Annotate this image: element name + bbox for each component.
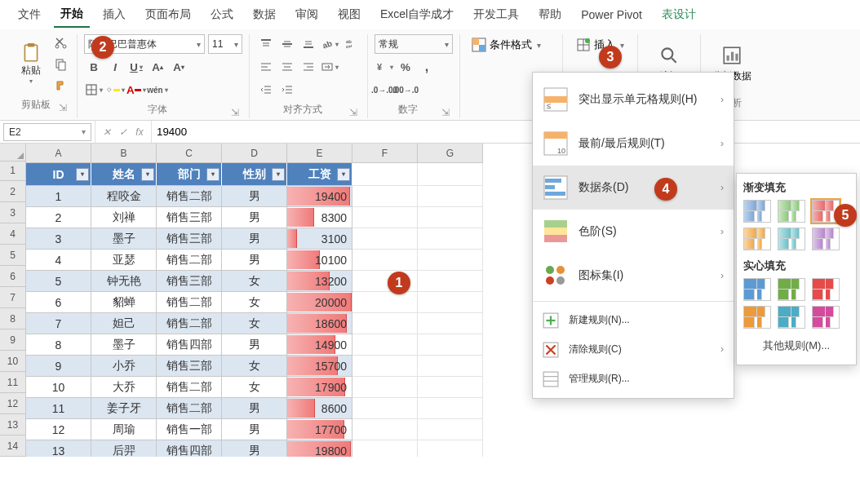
cell[interactable]: 刘禅: [91, 207, 157, 228]
filter-icon[interactable]: ▾: [337, 168, 350, 181]
cell[interactable]: [352, 313, 418, 334]
column-header-A[interactable]: A: [26, 144, 91, 163]
cell[interactable]: [352, 334, 418, 356]
number-format-select[interactable]: 常规▾: [375, 34, 453, 54]
cell[interactable]: [418, 207, 483, 228]
cell[interactable]: 11: [26, 398, 91, 419]
cell[interactable]: 销售二部: [157, 292, 222, 313]
increase-decimal-button[interactable]: .0→.00: [375, 80, 394, 99]
underline-button[interactable]: U▾: [126, 57, 146, 77]
cell[interactable]: [352, 292, 418, 313]
cell[interactable]: 大乔: [91, 377, 157, 398]
gradient-blue-swatch[interactable]: [743, 200, 771, 223]
cell[interactable]: 亚瑟: [91, 250, 157, 271]
th-gender[interactable]: 性别▾: [222, 163, 287, 186]
cell[interactable]: 销售三部: [157, 228, 222, 250]
cf-color-scales[interactable]: 色阶(S)›: [533, 210, 734, 254]
th-dept[interactable]: 部门▾: [157, 163, 222, 186]
tab-pivot[interactable]: Power Pivot: [574, 3, 649, 26]
cell[interactable]: [418, 250, 483, 271]
cell[interactable]: 钟无艳: [91, 271, 157, 292]
column-header-G[interactable]: G: [418, 144, 483, 163]
paste-button[interactable]: 粘贴 ▾: [13, 34, 49, 93]
row-header-10[interactable]: 10: [0, 351, 26, 372]
cell[interactable]: 7: [26, 313, 91, 334]
column-header-C[interactable]: C: [157, 144, 222, 163]
decrease-decimal-button[interactable]: .00→.0: [396, 80, 415, 99]
salary-cell[interactable]: 19400: [287, 186, 352, 207]
clipboard-launcher[interactable]: ⇲: [59, 102, 70, 113]
cell[interactable]: 3: [26, 228, 91, 250]
cf-clear-rules[interactable]: 清除规则(C)›: [533, 334, 734, 364]
increase-font-button[interactable]: A▴: [148, 57, 167, 77]
percent-button[interactable]: %: [396, 57, 415, 77]
cell[interactable]: 销售三部: [157, 207, 222, 228]
row-header-12[interactable]: 12: [0, 393, 26, 414]
cell[interactable]: 销售三部: [157, 271, 222, 292]
cf-new-rule[interactable]: 新建规则(N)...: [533, 305, 734, 334]
cf-highlight-rules[interactable]: ≤ 突出显示单元格规则(H)›: [533, 77, 734, 122]
tab-formulas[interactable]: 公式: [204, 2, 240, 27]
name-box[interactable]: E2▾: [3, 123, 91, 141]
row-header-4[interactable]: 4: [0, 223, 26, 245]
cell[interactable]: 女: [222, 292, 287, 313]
cell[interactable]: [418, 271, 483, 292]
orientation-button[interactable]: ab▾: [320, 34, 339, 54]
cell[interactable]: 女: [222, 356, 287, 377]
th-id[interactable]: ID▾: [26, 163, 91, 186]
align-top-button[interactable]: [256, 34, 276, 54]
cell[interactable]: [418, 186, 483, 207]
column-header-D[interactable]: D: [222, 144, 287, 163]
cell[interactable]: [418, 419, 483, 440]
cell[interactable]: 销售二部: [157, 398, 222, 419]
cell[interactable]: [352, 163, 418, 186]
salary-cell[interactable]: 8600: [287, 398, 352, 419]
tab-custom[interactable]: Excel自学成才: [374, 2, 460, 27]
conditional-format-button[interactable]: 条件格式▾: [467, 34, 556, 55]
cell[interactable]: 12: [26, 419, 91, 440]
cell[interactable]: 销售四部: [157, 440, 222, 457]
tab-layout[interactable]: 页面布局: [139, 2, 197, 27]
cell[interactable]: 4: [26, 250, 91, 271]
cell[interactable]: 销售四部: [157, 334, 222, 356]
bold-button[interactable]: B: [84, 57, 104, 77]
salary-cell[interactable]: 15700: [287, 356, 352, 377]
decrease-indent-button[interactable]: [256, 80, 276, 99]
cell[interactable]: [352, 398, 418, 419]
border-button[interactable]: ▾: [84, 80, 104, 99]
cell[interactable]: 女: [222, 313, 287, 334]
cell[interactable]: 周瑜: [91, 419, 157, 440]
cancel-icon[interactable]: ✕: [100, 126, 113, 138]
number-launcher[interactable]: ⇲: [441, 107, 453, 118]
filter-icon[interactable]: ▾: [141, 168, 154, 181]
cell[interactable]: 男: [222, 228, 287, 250]
flyout-more-rules[interactable]: 其他规则(M)...: [743, 334, 849, 358]
cell[interactable]: 男: [222, 250, 287, 271]
cell[interactable]: 妲己: [91, 313, 157, 334]
cell[interactable]: 男: [222, 440, 287, 457]
cell[interactable]: 2: [26, 207, 91, 228]
row-header-5[interactable]: 5: [0, 245, 26, 266]
salary-cell[interactable]: 14900: [287, 334, 352, 356]
phonetic-button[interactable]: wén▾: [148, 80, 167, 99]
th-name[interactable]: 姓名▾: [91, 163, 157, 186]
cell[interactable]: 销售二部: [157, 186, 222, 207]
cell[interactable]: 销售二部: [157, 313, 222, 334]
cell[interactable]: 小乔: [91, 356, 157, 377]
fill-color-button[interactable]: ▾: [105, 80, 125, 99]
cell[interactable]: 13: [26, 440, 91, 457]
cell[interactable]: [418, 398, 483, 419]
tab-home[interactable]: 开始: [54, 2, 90, 28]
accounting-format-button[interactable]: ¥▾: [375, 57, 394, 77]
cell[interactable]: 男: [222, 419, 287, 440]
cell[interactable]: [418, 334, 483, 356]
column-header-B[interactable]: B: [91, 144, 157, 163]
cell[interactable]: [418, 163, 483, 186]
filter-icon[interactable]: ▾: [206, 168, 219, 181]
salary-cell[interactable]: 18600: [287, 313, 352, 334]
align-launcher[interactable]: ⇲: [349, 107, 361, 118]
row-header-9[interactable]: 9: [0, 329, 26, 351]
solid-red-swatch[interactable]: [812, 278, 840, 301]
column-header-F[interactable]: F: [352, 144, 418, 163]
row-header-2[interactable]: 2: [0, 181, 26, 202]
